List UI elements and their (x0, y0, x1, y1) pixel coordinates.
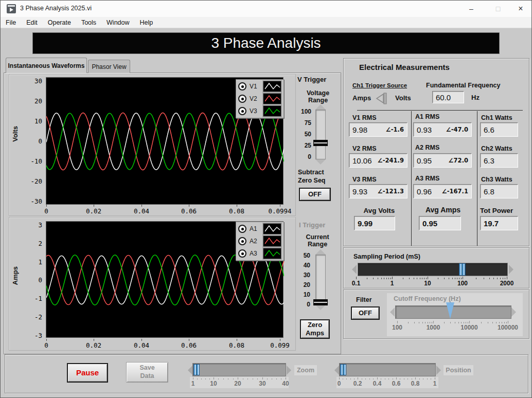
scale-tick-label: 0.08 (229, 207, 244, 215)
sampling-period-panel: Sampling Period (mS) 0.11101002000 (343, 247, 529, 288)
scale-tick-label: 1 (191, 380, 195, 387)
position-slider-track[interactable] (339, 363, 436, 376)
plot-style-sample-V1[interactable] (263, 81, 281, 92)
plot-visibility-radio-V3[interactable] (238, 107, 246, 115)
menu-item-tools[interactable]: Tools (76, 19, 101, 26)
maximize-button[interactable]: □ (487, 1, 509, 17)
tick-mark (408, 322, 409, 323)
tab-phasor-view[interactable]: Phasor View (88, 60, 130, 73)
fundamental-frequency-label: Fundamental Frequency (426, 82, 500, 89)
plot-style-sample-V2[interactable] (263, 93, 281, 104)
minimize-button[interactable]: – (460, 1, 482, 17)
tick-mark (431, 378, 431, 379)
scale-tick-label: 0 (44, 341, 48, 349)
plot-style-sample-V3[interactable] (263, 105, 281, 117)
pause-button[interactable]: Pause (67, 363, 108, 383)
ch3-watts-indicator: 6.8 (480, 184, 518, 198)
avg-volts-value: 9.99 (358, 219, 373, 228)
a1-rms-label: A1 RMS (415, 113, 439, 120)
zoom-scale: 110203040 (190, 377, 289, 388)
vertical-divider (411, 111, 412, 246)
tick-mark (267, 378, 268, 379)
tick-mark (388, 378, 389, 379)
tick-mark (238, 377, 238, 379)
tick-mark (458, 322, 459, 323)
cutoff-decrement-icon[interactable] (390, 307, 395, 317)
tick-mark (205, 378, 206, 379)
ch1-watts-indicator: 6.6 (480, 122, 518, 137)
waveform-V1 (46, 113, 284, 170)
a3-rms-label: A3 RMS (415, 175, 439, 182)
menu-item-help[interactable]: Help (135, 19, 158, 26)
tick-mark (343, 378, 343, 379)
legend-label-V3: V3 (250, 107, 261, 115)
plot-visibility-radio-V2[interactable] (238, 95, 246, 103)
position-slider-handle[interactable] (340, 364, 346, 375)
horizontal-divider (357, 110, 523, 111)
avg-volts-label: Avg Volts (356, 207, 402, 214)
v2-rms-label: V2 RMS (352, 145, 377, 152)
amps-plot-legend: A1A2A3 (236, 222, 284, 261)
zoom-label: Zoom (294, 365, 317, 375)
menu-item-file[interactable]: File (1, 19, 21, 26)
zoom-increment-icon[interactable] (287, 366, 291, 375)
sampling-slider-handle[interactable] (459, 263, 466, 276)
plot-visibility-radio-A1[interactable] (238, 225, 246, 233)
scale-tick-label: -10 (30, 157, 42, 165)
close-button[interactable]: × (510, 1, 531, 17)
tick-mark (197, 378, 198, 379)
tick-mark (426, 278, 427, 279)
tab-instantaneous-waveforms[interactable]: Instantaneous Waveforms (6, 58, 87, 73)
menu-item-edit[interactable]: Edit (21, 19, 43, 26)
tick-mark (489, 278, 490, 279)
position-increment-icon[interactable] (436, 366, 441, 375)
v3-rms-angle: ∠-121.3 (378, 188, 404, 195)
cutoff-slider-handle[interactable] (446, 302, 454, 319)
tick-mark (422, 278, 422, 279)
save-data-button[interactable]: Save Data (126, 362, 168, 383)
waveform-V2 (46, 113, 284, 170)
tick-mark (350, 378, 351, 379)
zoom-slider-handle[interactable] (193, 364, 200, 375)
scale-tick-label: -20 (30, 177, 42, 185)
filter-panel: Filter OFF Cutoff Frequency (Hz) 1001000… (343, 290, 529, 339)
legend-row-V2: V2 (236, 93, 283, 105)
sampling-slider-track[interactable] (358, 263, 508, 276)
scale-tick-label: 0.6 (392, 380, 401, 387)
fundamental-frequency-input[interactable]: 60.0 (432, 91, 464, 103)
trigger-source-label: Ch1 Trigger Source (352, 82, 407, 88)
avg-amps-indicator: 0.95 (419, 216, 461, 230)
tick-mark (468, 322, 468, 323)
zoom-slider-track[interactable] (192, 363, 286, 376)
tick-mark (189, 205, 189, 207)
plot-style-sample-A1[interactable] (263, 223, 281, 234)
sampling-decrement-icon[interactable] (352, 265, 357, 274)
plot-visibility-radio-V1[interactable] (238, 82, 246, 91)
sampling-increment-icon[interactable] (509, 265, 513, 274)
tick-mark (373, 378, 374, 379)
tick-mark (369, 378, 370, 379)
plot-visibility-radio-A2[interactable] (238, 237, 246, 245)
scale-tick-label: 0.08 (229, 341, 244, 349)
menu-item-operate[interactable]: Operate (43, 19, 76, 26)
tick-mark (476, 278, 476, 279)
tick-mark (425, 322, 425, 323)
a2-rms-angle: ∠72.0 (448, 157, 468, 164)
a1-rms-value: 0.93 (417, 125, 432, 134)
filter-label: Filter (356, 296, 372, 303)
vertical-divider (477, 111, 477, 246)
tick-mark (286, 377, 286, 379)
trigger-source-switch[interactable] (376, 93, 393, 104)
volts-y-ticks: 3020100-10-20-30 (24, 75, 43, 205)
cutoff-increment-icon[interactable] (511, 307, 516, 317)
menu-item-window[interactable]: Window (101, 19, 134, 26)
scale-tick-label: 10000 (460, 324, 477, 331)
position-decrement-icon[interactable] (334, 366, 339, 375)
zoom-decrement-icon[interactable] (188, 366, 192, 375)
scale-tick-label: -3 (34, 332, 42, 339)
tick-mark (407, 378, 408, 379)
plot-style-sample-A3[interactable] (263, 248, 281, 259)
plot-style-sample-A2[interactable] (263, 236, 281, 247)
plot-visibility-radio-A3[interactable] (238, 249, 246, 258)
filter-button[interactable]: OFF (351, 306, 380, 320)
